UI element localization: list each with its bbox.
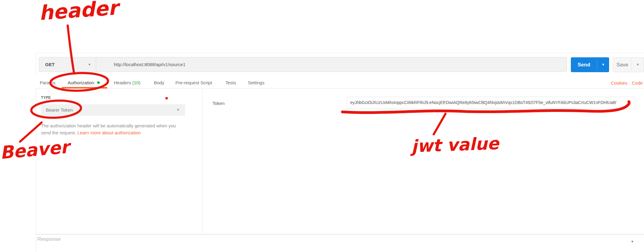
save-options-chevron-down-icon[interactable]: ▾	[632, 58, 644, 72]
learn-more-link[interactable]: Learn more about authorization	[77, 130, 141, 135]
auth-type-select[interactable]: Bearer Token ▾	[41, 104, 185, 116]
chevron-down-icon: ▾	[88, 57, 90, 72]
url-input[interactable]: http://localhost:8088/api/v1/source1	[96, 57, 567, 72]
tab-body[interactable]: Body	[154, 80, 164, 85]
tab-body-label: Body	[154, 80, 164, 85]
auth-description-line2: send the request.	[41, 130, 76, 135]
auth-description-line1: The authorization header will be automat…	[41, 123, 176, 128]
auth-description: The authorization header will be automat…	[41, 122, 184, 136]
response-collapse-chevron-down-icon[interactable]: ▾	[631, 239, 633, 244]
token-input-value: eyJhbGciOiJIUzUxMiIsInppcCI6IkRFRiJ9.eNo…	[350, 97, 634, 108]
save-button-label: Save	[613, 58, 632, 72]
url-bar: GET ▾ http://localhost:8088/api/v1/sourc…	[39, 57, 567, 72]
request-tab-bar: Params Authorization Headers (10) Body P…	[36, 76, 644, 89]
tab-headers-label: Headers	[114, 80, 131, 85]
auth-type-selected-value: Bearer Token	[46, 104, 73, 116]
chevron-down-icon: ▾	[177, 104, 179, 115]
tab-settings[interactable]: Settings	[248, 80, 264, 85]
tab-tests[interactable]: Tests	[225, 80, 236, 85]
tab-pre-request-script[interactable]: Pre-request Script	[175, 80, 212, 85]
send-options-chevron-down-icon[interactable]: ▾	[597, 57, 609, 72]
annotation-header-note: header	[38, 0, 122, 25]
tab-params-label: Params	[40, 80, 56, 85]
tab-headers[interactable]: Headers (10)	[114, 80, 141, 85]
tab-settings-label: Settings	[248, 80, 264, 85]
tab-pre-request-script-label: Pre-request Script	[175, 80, 212, 85]
token-field-label: Token	[212, 101, 225, 106]
active-tab-indicator	[62, 87, 107, 89]
tab-authorization-label: Authorization	[68, 80, 94, 85]
token-input[interactable]: eyJhbGciOiJIUzUxMiIsInppcCI6IkRFRiJ9.eNo…	[347, 97, 635, 109]
response-section-divider	[36, 234, 644, 235]
code-link[interactable]: Code	[632, 80, 643, 86]
send-button-label: Send	[571, 57, 597, 72]
cookies-link[interactable]: Cookies	[611, 80, 627, 86]
auth-type-label: TYPE	[41, 96, 51, 100]
send-button[interactable]: Send ▾	[571, 57, 609, 72]
method-dropdown[interactable]: GET ▾	[39, 57, 96, 72]
headers-count-badge: (10)	[132, 80, 141, 85]
auth-status-dot-icon	[97, 81, 100, 84]
tab-tests-label: Tests	[225, 80, 236, 85]
pane-divider	[202, 89, 203, 234]
method-value: GET	[45, 57, 55, 72]
tab-authorization[interactable]: Authorization	[68, 80, 100, 85]
save-button[interactable]: Save ▾	[613, 57, 644, 72]
response-section-label: Response	[37, 236, 61, 242]
tab-params[interactable]: Params	[40, 80, 56, 85]
